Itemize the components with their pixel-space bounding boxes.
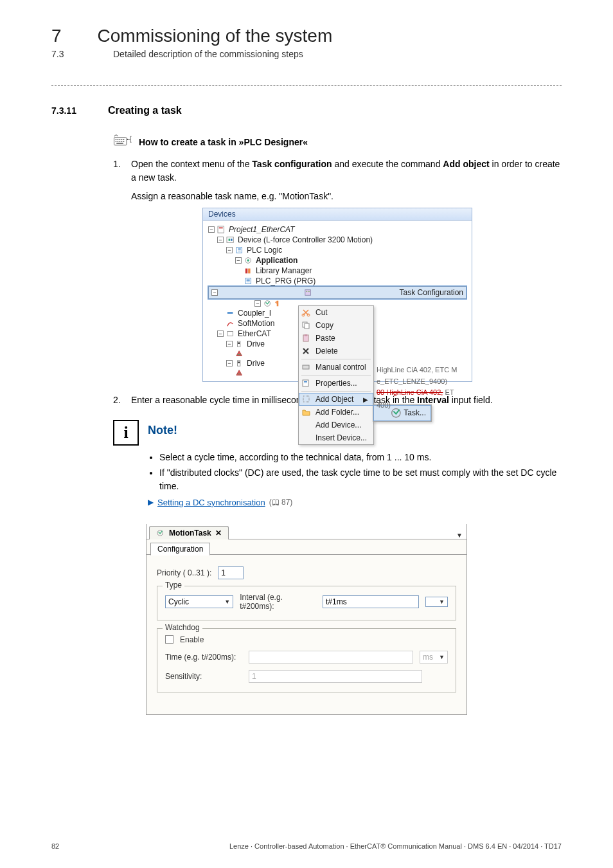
menu-copy[interactable]: Copy: [299, 319, 373, 332]
chapter-number: 7: [51, 26, 62, 46]
svg-rect-7: [118, 141, 119, 142]
svg-rect-9: [121, 141, 123, 142]
svg-rect-34: [277, 301, 279, 307]
interval-input[interactable]: [323, 595, 419, 608]
svg-point-31: [306, 291, 308, 292]
priority-label: Priority ( 0..31 ):: [157, 568, 211, 577]
menu-manual-control[interactable]: Manual control: [299, 361, 373, 374]
svg-point-12: [127, 139, 129, 140]
dc-sync-link[interactable]: Setting a DC synchronisation: [157, 498, 265, 507]
menu-properties[interactable]: Properties...: [299, 377, 373, 390]
svg-rect-1: [116, 139, 117, 140]
collapse-icon[interactable]: −: [226, 247, 233, 253]
menu-add-object[interactable]: Add Object▶: [299, 393, 373, 406]
section-title: Creating a task: [108, 105, 182, 116]
svg-rect-21: [238, 251, 240, 251]
tab-motiontask[interactable]: MotionTask ✕: [149, 526, 229, 539]
menu-delete[interactable]: Delete: [299, 345, 373, 357]
svg-rect-28: [247, 280, 250, 281]
svg-rect-44: [305, 323, 309, 329]
sensitivity-label: Sensitivity:: [165, 672, 242, 681]
tree-plc-logic[interactable]: −PLC Logic: [208, 245, 466, 255]
section-number: 7.3.11: [51, 105, 82, 116]
separator-line: [51, 85, 562, 86]
priority-input[interactable]: [218, 566, 244, 579]
svg-rect-38: [238, 342, 240, 344]
link-arrow-icon: ▶: [148, 498, 154, 507]
keyboard-icon: [113, 134, 132, 150]
svg-point-32: [308, 291, 310, 292]
section-sub-number: 7.3: [51, 49, 77, 59]
subtab-configuration[interactable]: Configuration: [150, 543, 210, 556]
task-icon: [156, 529, 165, 537]
context-menu: Cut Copy Paste Delete Manual control Pro…: [298, 305, 374, 445]
menu-insert-device[interactable]: Insert Device...: [299, 431, 373, 444]
footer-text: Lenze · Controller-based Automation · Et…: [229, 842, 562, 850]
type-legend: Type: [163, 581, 184, 590]
overlay-labels: HighLine CiA 402, ETC M e_ETC_LENZE_9400…: [377, 365, 457, 411]
watchdog-legend: Watchdog: [163, 623, 202, 632]
svg-rect-27: [247, 279, 250, 280]
collapse-icon[interactable]: −: [217, 237, 224, 243]
svg-rect-46: [305, 334, 307, 336]
svg-rect-25: [248, 269, 250, 274]
svg-rect-20: [238, 249, 240, 250]
menu-paste[interactable]: Paste: [299, 332, 373, 345]
svg-rect-6: [116, 141, 117, 142]
svg-point-23: [247, 259, 249, 261]
menu-add-device[interactable]: Add Device...: [299, 419, 373, 431]
tree-plc-prg[interactable]: PLC_PRG (PRG): [208, 276, 466, 286]
page-number: 82: [51, 842, 59, 850]
time-unit-select: ms▼: [420, 651, 448, 664]
svg-rect-29: [247, 282, 250, 282]
svg-rect-49: [304, 381, 307, 382]
svg-rect-47: [303, 365, 309, 369]
interval-label: Interval (e.g. t#200ms):: [240, 593, 316, 611]
svg-rect-13: [218, 226, 224, 233]
collapse-icon[interactable]: −: [254, 300, 261, 307]
svg-rect-11: [116, 143, 123, 144]
note-bullet: If "distributed clocks" (DC) are used, t…: [159, 466, 562, 493]
tab-dropdown-icon[interactable]: ▼: [456, 532, 463, 539]
svg-rect-4: [121, 139, 123, 140]
info-icon: i: [113, 420, 139, 446]
tree-library-manager[interactable]: Library Manager: [208, 266, 466, 276]
svg-rect-36: [227, 332, 233, 336]
tree-device[interactable]: −Device (L-force Controller 3200 Motion): [208, 235, 466, 245]
collapse-icon[interactable]: −: [211, 289, 218, 296]
svg-rect-16: [229, 239, 231, 240]
svg-rect-17: [231, 239, 233, 240]
collapse-icon[interactable]: −: [235, 257, 242, 264]
step-text: Open the context menu of the Task config…: [131, 158, 562, 185]
time-input: [249, 651, 413, 664]
svg-rect-50: [304, 383, 307, 383]
menu-cut[interactable]: Cut: [299, 306, 373, 319]
svg-rect-35: [227, 312, 233, 314]
chevron-down-icon: ▼: [439, 654, 445, 660]
svg-rect-19: [238, 248, 240, 249]
chevron-down-icon: ▼: [439, 599, 445, 605]
sensitivity-input: [249, 670, 422, 683]
enable-checkbox[interactable]: [165, 635, 173, 644]
collapse-icon[interactable]: −: [217, 330, 224, 337]
collapse-icon[interactable]: −: [226, 341, 233, 347]
page-reference: (🕮 87): [269, 498, 293, 507]
collapse-icon[interactable]: −: [226, 360, 233, 366]
enable-label: Enable: [180, 635, 204, 644]
tree-application[interactable]: −Application: [208, 255, 466, 266]
collapse-icon[interactable]: −: [208, 226, 215, 233]
devices-pane-title: Devices: [202, 208, 472, 221]
close-tab-icon[interactable]: ✕: [215, 529, 222, 538]
svg-rect-3: [120, 139, 121, 140]
section-sub-title: Detailed description of the commissionin…: [113, 49, 303, 59]
type-select[interactable]: Cyclic▼: [165, 595, 233, 608]
menu-add-folder[interactable]: Add Folder...: [299, 406, 373, 419]
chapter-title: Commissioning of the system: [98, 26, 333, 46]
svg-rect-10: [123, 141, 125, 142]
svg-rect-14: [219, 228, 223, 229]
tree-root[interactable]: −Project1_EtherCAT: [208, 224, 466, 235]
tree-task-configuration[interactable]: −Task Configuration: [208, 286, 466, 299]
devices-screenshot: Devices −Project1_EtherCAT −Device (L-fo…: [202, 208, 472, 382]
svg-rect-2: [118, 139, 119, 140]
step-note: Assign a reasonable task name, e.g. "Mot…: [131, 191, 562, 201]
